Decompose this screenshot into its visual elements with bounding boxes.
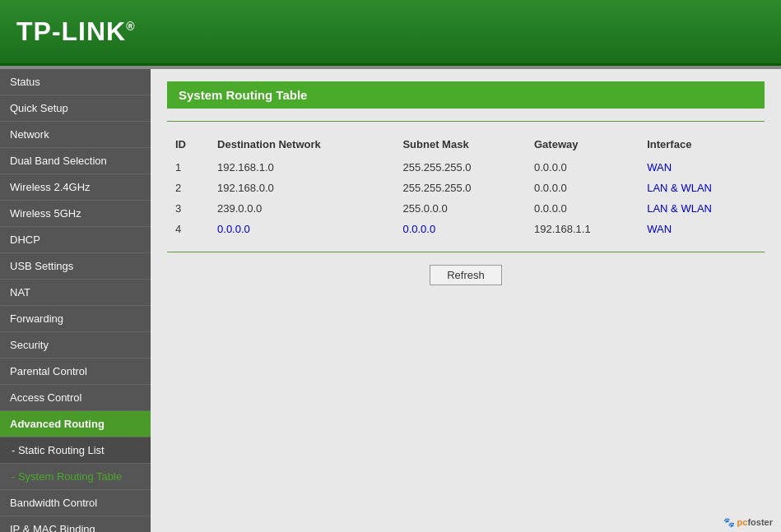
- logo: TP-LINK®: [16, 16, 136, 47]
- cell-gateway: 0.0.0.0: [526, 157, 639, 178]
- sidebar-item-dual-band[interactable]: Dual Band Selection: [0, 148, 151, 174]
- cell-gateway: 192.168.1.1: [526, 219, 639, 239]
- table-body: 1192.168.1.0255.255.255.00.0.0.0WAN2192.…: [167, 157, 765, 239]
- col-header-interface: Interface: [639, 134, 765, 157]
- table-row: 40.0.0.00.0.0.0192.168.1.1WAN: [167, 219, 765, 239]
- sidebar-item-nat[interactable]: NAT: [0, 280, 151, 306]
- logo-text: TP-LINK: [16, 16, 126, 46]
- sidebar-item-wireless-5[interactable]: Wireless 5GHz: [0, 201, 151, 227]
- cell-interface: LAN & WLAN: [639, 178, 765, 198]
- sidebar-item-wireless-24[interactable]: Wireless 2.4GHz: [0, 174, 151, 201]
- watermark-foster: foster: [747, 517, 773, 527]
- logo-tm: ®: [126, 20, 135, 33]
- sidebar-item-status[interactable]: Status: [0, 69, 151, 95]
- sidebar-item-parental-control[interactable]: Parental Control: [0, 359, 151, 385]
- sidebar-item-bandwidth-control[interactable]: Bandwidth Control: [0, 490, 151, 516]
- cell-interface: WAN: [639, 157, 765, 178]
- cell-gateway: 0.0.0.0: [526, 198, 639, 219]
- main-content: System Routing Table IDDestination Netwo…: [151, 69, 781, 532]
- cell-dest: 192.168.1.0: [209, 157, 394, 178]
- table-header-row: IDDestination NetworkSubnet MaskGatewayI…: [167, 134, 765, 157]
- cell-interface: LAN & WLAN: [639, 198, 765, 219]
- watermark: 🐾 pcfoster: [723, 517, 773, 528]
- sidebar-item-ip-mac-binding[interactable]: IP & MAC Binding: [0, 516, 151, 532]
- header: TP-LINK®: [0, 0, 781, 66]
- sidebar-item-security[interactable]: Security: [0, 332, 151, 359]
- sidebar-item-usb-settings[interactable]: USB Settings: [0, 253, 151, 280]
- sidebar-item-dhcp[interactable]: DHCP: [0, 227, 151, 253]
- sidebar: StatusQuick SetupNetworkDual Band Select…: [0, 69, 151, 532]
- cell-mask: 255.255.255.0: [394, 157, 526, 178]
- cell-id: 3: [167, 198, 209, 219]
- cell-dest: 239.0.0.0: [209, 198, 394, 219]
- cell-interface: WAN: [639, 219, 765, 239]
- page-title-bar: System Routing Table: [167, 81, 765, 109]
- col-header-destination-network: Destination Network: [209, 134, 394, 157]
- cell-dest: 192.168.0.0: [209, 178, 394, 198]
- cell-id: 4: [167, 219, 209, 239]
- cell-mask: 255.0.0.0: [394, 198, 526, 219]
- table-row: 2192.168.0.0255.255.255.00.0.0.0LAN & WL…: [167, 178, 765, 198]
- col-header-id: ID: [167, 134, 209, 157]
- sidebar-item-static-routing-list[interactable]: - Static Routing List: [0, 437, 151, 464]
- layout: StatusQuick SetupNetworkDual Band Select…: [0, 69, 781, 532]
- col-header-subnet-mask: Subnet Mask: [394, 134, 526, 157]
- cell-id: 2: [167, 178, 209, 198]
- bottom-divider: [167, 252, 765, 252]
- cell-dest: 0.0.0.0: [209, 219, 394, 239]
- cell-gateway: 0.0.0.0: [526, 178, 639, 198]
- cell-mask: 0.0.0.0: [394, 219, 526, 239]
- sidebar-item-forwarding[interactable]: Forwarding: [0, 306, 151, 332]
- col-header-gateway: Gateway: [526, 134, 639, 157]
- sidebar-item-system-routing-table[interactable]: - System Routing Table: [0, 464, 151, 490]
- cell-mask: 255.255.255.0: [394, 178, 526, 198]
- table-row: 3239.0.0.0255.0.0.00.0.0.0LAN & WLAN: [167, 198, 765, 219]
- refresh-button[interactable]: Refresh: [430, 265, 502, 285]
- top-divider: [167, 121, 765, 122]
- table-row: 1192.168.1.0255.255.255.00.0.0.0WAN: [167, 157, 765, 178]
- sidebar-item-advanced-routing[interactable]: Advanced Routing: [0, 411, 151, 437]
- page-title: System Routing Table: [179, 88, 307, 102]
- routing-table: IDDestination NetworkSubnet MaskGatewayI…: [167, 134, 765, 239]
- sidebar-item-quick-setup[interactable]: Quick Setup: [0, 95, 151, 122]
- refresh-button-container: Refresh: [167, 265, 765, 285]
- sidebar-item-access-control[interactable]: Access Control: [0, 385, 151, 411]
- cell-id: 1: [167, 157, 209, 178]
- watermark-pc: pc: [737, 517, 748, 527]
- sidebar-item-network[interactable]: Network: [0, 122, 151, 148]
